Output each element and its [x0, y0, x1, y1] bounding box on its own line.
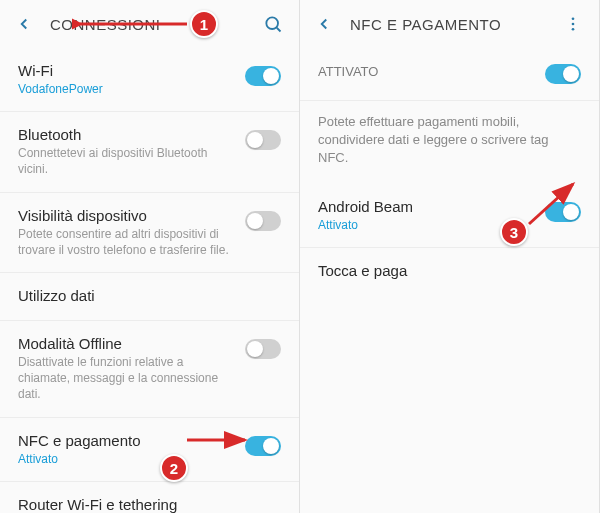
row-title: Android Beam [318, 198, 535, 215]
annotation-badge-1: 1 [190, 10, 218, 38]
toggle-wifi[interactable] [245, 66, 281, 86]
row-sub: VodafonePower [18, 81, 235, 97]
row-sub: Attivato [18, 451, 235, 467]
row-sub: Connettetevi ai dispositivi Bluetooth vi… [18, 145, 235, 177]
row-title: Bluetooth [18, 126, 235, 143]
annotation-arrow-2 [185, 430, 255, 450]
search-icon[interactable] [259, 10, 287, 38]
row-device-visibility[interactable]: Visibilità dispositivo Potete consentire… [0, 193, 299, 273]
row-offline-mode[interactable]: Modalità Offline Disattivate le funzioni… [0, 321, 299, 418]
master-label: ATTIVATO [318, 64, 535, 79]
header-right: NFC E PAGAMENTO [300, 0, 599, 48]
row-data-usage[interactable]: Utilizzo dati [0, 273, 299, 321]
row-sub: Potete consentire ad altri dispositivi d… [18, 226, 235, 258]
row-title: Tocca e paga [318, 262, 571, 279]
row-wifi[interactable]: Wi-Fi VodafonePower [0, 48, 299, 112]
row-nfc-master[interactable]: ATTIVATO [300, 48, 599, 101]
back-icon[interactable] [312, 12, 336, 36]
row-title: Utilizzo dati [18, 287, 271, 304]
svg-point-6 [572, 17, 575, 20]
row-bluetooth[interactable]: Bluetooth Connettetevi ai dispositivi Bl… [0, 112, 299, 192]
annotation-badge-3: 3 [500, 218, 528, 246]
row-title: Visibilità dispositivo [18, 207, 235, 224]
panel-connections: CONNESSIONI Wi-Fi VodafonePower Bluetoot… [0, 0, 300, 513]
annotation-arrow-1 [72, 14, 192, 34]
row-sub: Disattivate le funzioni relative a chiam… [18, 354, 235, 403]
more-icon[interactable] [559, 10, 587, 38]
row-title: Router Wi-Fi e tethering [18, 496, 271, 513]
svg-point-8 [572, 28, 575, 31]
toggle-bluetooth[interactable] [245, 130, 281, 150]
back-icon[interactable] [12, 12, 36, 36]
svg-line-1 [277, 28, 281, 32]
row-tethering[interactable]: Router Wi-Fi e tethering [0, 482, 299, 513]
panel-nfc: NFC E PAGAMENTO ATTIVATO Potete effettua… [300, 0, 600, 513]
svg-line-10 [529, 184, 573, 224]
annotation-arrow-3 [525, 178, 581, 228]
toggle-visibility[interactable] [245, 211, 281, 231]
svg-point-7 [572, 23, 575, 26]
row-tap-and-pay[interactable]: Tocca e paga [300, 248, 599, 295]
nfc-description: Potete effettuare pagamenti mobili, cond… [300, 101, 599, 184]
annotation-badge-2: 2 [160, 454, 188, 482]
row-title: Wi-Fi [18, 62, 235, 79]
toggle-nfc-master[interactable] [545, 64, 581, 84]
svg-point-0 [266, 17, 278, 29]
toggle-offline[interactable] [245, 339, 281, 359]
page-title-right: NFC E PAGAMENTO [350, 16, 559, 33]
row-title: Modalità Offline [18, 335, 235, 352]
